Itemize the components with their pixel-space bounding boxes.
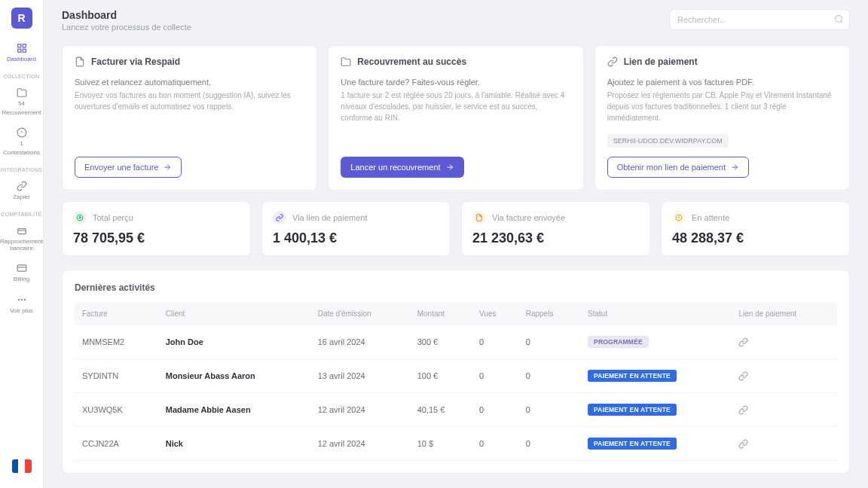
card-title: Recouvrement au succès [357,56,466,67]
launch-collection-button[interactable]: Lancer un recouvrement [341,157,463,178]
page-title: Dashboard [62,9,191,21]
svg-point-10 [17,299,19,300]
card-title: Lien de paiement [624,56,698,67]
sidebar-item-label: Dashboard [7,56,36,63]
dashboard-icon [16,42,28,54]
svg-point-12 [23,299,25,300]
card-icon [16,262,28,274]
arrow-right-icon [445,163,454,172]
table-row[interactable]: CCJN22ANick12 avril 202410 $00PAIEMENT E… [75,427,837,461]
clock-icon [672,211,686,224]
stat-waiting: En attente 48 288,37 € [661,201,850,256]
cell-montant: 10 $ [410,427,472,461]
sidebar-item-contestations[interactable]: 1 Contestations [0,122,43,161]
locale-flag-icon[interactable] [12,459,32,473]
cell-date: 16 avril 2024 [310,325,410,359]
th-date[interactable]: Date d'émission [310,302,410,325]
status-badge: PAIEMENT EN ATTENTE [588,404,677,416]
sidebar-item-label: Billing [14,276,29,283]
th-client[interactable]: Client [158,302,310,325]
stat-label: Via lien de paiement [292,213,367,222]
card-recouvrement: Recouvrement au succès Une facture tarde… [328,45,583,191]
search-input[interactable] [669,9,850,30]
cell-rappels: 0 [518,393,580,427]
stat-value: 48 288,37 € [672,230,839,246]
cell-statut: PAIEMENT EN ATTENTE [580,427,731,461]
sidebar-item-recouvrement[interactable]: 54 Recouvrement [0,82,43,121]
sidebar-item-label: Voir plus [10,308,33,315]
th-vues[interactable]: Vues [472,302,518,325]
cell-link [731,359,837,393]
sidebar-item-rapprochement[interactable]: Rapprochement bancaire [0,220,43,257]
link-icon[interactable] [738,405,830,415]
cell-link [731,325,837,359]
sidebar-item-count: 1 [20,141,23,148]
cell-vues: 0 [472,427,518,461]
th-montant[interactable]: Montant [410,302,472,325]
th-statut[interactable]: Statut [580,302,731,325]
sidebar-item-count: 54 [18,101,25,108]
link-icon [273,211,286,224]
page-subtitle: Lancez votre processus de collecte [62,23,191,32]
table-row[interactable]: SYDINTNMonsieur Abass Aaron13 avril 2024… [75,359,837,393]
activities-card: Dernières activités Facture Client Date … [62,270,850,474]
stat-via-invoice: Via facture envoyée 21 230,63 € [461,201,650,256]
search-wrapper [669,9,850,30]
cell-date: 13 avril 2024 [310,359,410,393]
svg-rect-0 [17,44,20,47]
cell-vues: 0 [472,325,518,359]
card-subtitle: Une facture tarde? Faites-vous régler. [341,78,570,87]
cell-date: 12 avril 2024 [310,393,410,427]
get-payment-link-button[interactable]: Obtenir mon lien de paiement [607,157,749,178]
th-rappels[interactable]: Rappels [518,302,580,325]
th-facture[interactable]: Facture [75,302,158,325]
cell-rappels: 0 [518,359,580,393]
cell-montant: 100 € [410,359,472,393]
alert-icon [16,127,28,139]
sidebar-item-zapier[interactable]: Zapier [0,175,43,206]
status-badge: PAIEMENT EN ATTENTE [588,438,677,450]
card-subtitle: Ajoutez le paiement à vos factures PDF. [607,78,837,87]
cell-facture: CCJN22A [75,427,158,461]
table-row[interactable]: XU3WQ5KMadame Abbie Aasen12 avril 202440… [75,393,837,427]
send-invoice-button[interactable]: Envoyer une facture [75,157,182,178]
cell-vues: 0 [472,359,518,393]
card-subtitle: Suivez et relancez automatiquement. [75,78,304,87]
button-label: Obtenir mon lien de paiement [617,163,726,172]
link-icon [16,180,28,192]
sidebar-item-dashboard[interactable]: Dashboard [0,38,43,68]
cell-rappels: 0 [518,325,580,359]
cell-montant: 40,15 € [410,393,472,427]
cell-facture: MNMSEM2 [75,325,158,359]
stat-label: Via facture envoyée [492,213,565,222]
svg-rect-3 [23,49,26,52]
status-badge: PAIEMENT EN ATTENTE [588,370,677,382]
table-title: Dernières activités [75,282,837,293]
sidebar-item-label: Zapier [13,194,30,201]
svg-rect-2 [17,49,20,52]
stat-value: 1 400,13 € [273,230,439,246]
cell-rappels: 0 [518,427,580,461]
cell-vues: 0 [472,393,518,427]
svg-line-14 [841,21,842,23]
table-row[interactable]: MNMSEM2John Doe16 avril 2024300 €00PROGR… [75,325,837,359]
svg-point-11 [20,299,22,300]
arrow-right-icon [730,163,739,172]
th-lien[interactable]: Lien de paiement [731,302,837,325]
cell-client: Monsieur Abass Aaron [158,359,310,393]
folder-icon [16,87,28,99]
sidebar-item-more[interactable]: Voir plus [0,289,43,319]
link-icon[interactable] [738,337,830,347]
payment-url[interactable]: SERHII-UDOD.DEV.WIDRPAY.COM [607,134,729,148]
cell-client: Madame Abbie Aasen [158,393,310,427]
sidebar-item-billing[interactable]: Billing [0,258,43,288]
stat-label: Total perçu [93,213,133,222]
cell-facture: XU3WQ5K [75,393,158,427]
link-icon[interactable] [738,371,830,381]
cell-statut: PAIEMENT EN ATTENTE [580,393,731,427]
cell-montant: 300 € [410,325,472,359]
link-icon[interactable] [738,439,830,449]
activities-table: Facture Client Date d'émission Montant V… [75,302,837,461]
app-logo[interactable]: R [11,8,32,29]
money-icon [73,211,87,224]
